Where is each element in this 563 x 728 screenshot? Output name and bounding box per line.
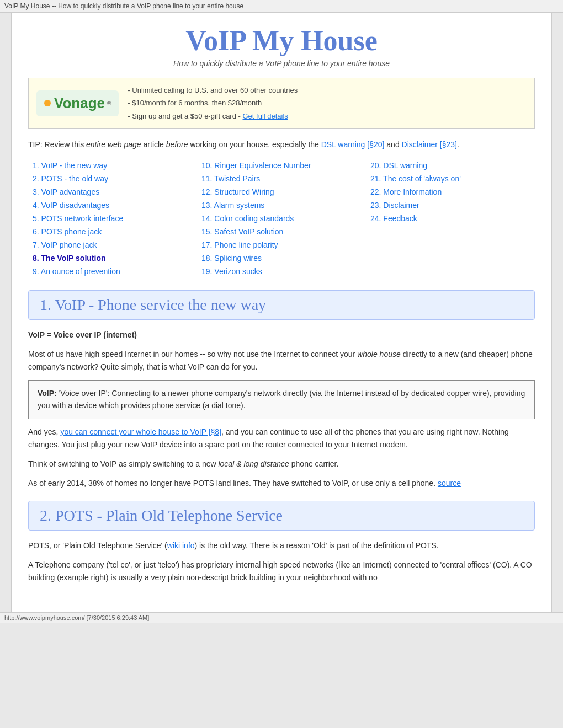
toc-link-13[interactable]: 13. Alarm systems xyxy=(201,201,264,210)
browser-title-bar: VoIP My House -- How to quickly distribu… xyxy=(0,0,563,13)
page-content: VoIP My House How to quickly distribute … xyxy=(11,13,552,612)
section-2: 2. POTS - Plain Old Telephone Service PO… xyxy=(28,501,535,584)
toc-link-17[interactable]: 17. Phone line polarity xyxy=(201,240,278,249)
toc-link-12[interactable]: 12. Structured Wiring xyxy=(201,188,274,196)
list-item: 22. More Information xyxy=(370,186,530,198)
toc-list-1: 1. VoIP - the new way 2. POTS - the old … xyxy=(33,160,193,277)
toc-link-18[interactable]: 18. Splicing wires xyxy=(201,254,262,263)
tip-em1: entire web page xyxy=(86,140,141,149)
toc-link-3[interactable]: 3. VoIP advantages xyxy=(33,188,99,196)
vonage-bullet1: - Unlimited calling to U.S. and over 60 … xyxy=(128,84,298,97)
list-item: 10. Ringer Equivalence Number xyxy=(201,160,362,172)
list-item: 6. POTS phone jack xyxy=(33,226,193,238)
list-item: 21. The cost of 'always on' xyxy=(370,173,530,185)
table-of-contents: 1. VoIP - the new way 2. POTS - the old … xyxy=(28,160,535,279)
site-title: VoIP My House xyxy=(28,24,535,57)
list-item: 24. Feedback xyxy=(370,213,530,224)
section-2-para2: A Telephone company ('tel co', or just '… xyxy=(28,559,535,584)
toc-link-20[interactable]: 20. DSL warning xyxy=(370,161,427,170)
list-item: 18. Splicing wires xyxy=(201,253,362,264)
vonage-logo: Vonage ® xyxy=(36,90,119,116)
source-link[interactable]: source xyxy=(438,479,461,488)
voip-definition-term: VoIP: xyxy=(38,389,57,398)
list-item: 20. DSL warning xyxy=(370,160,530,172)
section-1-para3: Think of switching to VoIP as simply swi… xyxy=(28,458,535,470)
toc-link-14[interactable]: 14. Color coding standards xyxy=(201,214,294,223)
site-subtitle: How to quickly distribute a VoIP phone l… xyxy=(28,59,535,68)
list-item: 4. VoIP disadvantages xyxy=(33,200,193,211)
section-1-subtitle: VoIP = Voice over IP (internet) xyxy=(28,329,535,341)
toc-link-5[interactable]: 5. POTS network interface xyxy=(33,214,123,223)
toc-link-15[interactable]: 15. Safest VoIP solution xyxy=(201,227,283,236)
voip-definition-box: VoIP: 'Voice over IP': Connecting to a n… xyxy=(28,380,535,419)
toc-link-24[interactable]: 24. Feedback xyxy=(370,214,417,223)
toc-link-8[interactable]: 8. The VoIP solution xyxy=(33,254,106,263)
section-2-para1: POTS, or 'Plain Old Telephone Service' (… xyxy=(28,539,535,552)
list-item: 5. POTS network interface xyxy=(33,213,193,224)
section-1-header: 1. VoIP - Phone service the new way xyxy=(28,290,535,320)
vonage-details: - Unlimited calling to U.S. and over 60 … xyxy=(128,84,298,122)
tip-em2: before xyxy=(166,140,188,149)
list-item: 7. VoIP phone jack xyxy=(33,239,193,251)
section-1-para1: Most of us have high speed Internet in o… xyxy=(28,348,535,373)
toc-list-2: 10. Ringer Equivalence Number 11. Twiste… xyxy=(201,160,362,277)
toc-link-9[interactable]: 9. An ounce of prevention xyxy=(33,267,120,276)
list-item: 3. VoIP advantages xyxy=(33,186,193,198)
toc-col-3: 20. DSL warning 21. The cost of 'always … xyxy=(366,160,535,279)
toc-link-22[interactable]: 22. More Information xyxy=(370,188,442,196)
toc-list-3: 20. DSL warning 21. The cost of 'always … xyxy=(370,160,530,224)
list-item: 1. VoIP - the new way xyxy=(33,160,193,172)
vonage-logo-text: Vonage xyxy=(54,95,105,112)
vonage-banner: Vonage ® - Unlimited calling to U.S. and… xyxy=(28,78,535,129)
list-item: 17. Phone line polarity xyxy=(201,239,362,251)
toc-link-6[interactable]: 6. POTS phone jack xyxy=(33,227,102,236)
dsl-warning-link[interactable]: DSL warning [§20] xyxy=(321,140,385,149)
toc-link-21[interactable]: 21. The cost of 'always on' xyxy=(370,174,461,183)
list-item: 23. Disclaimer xyxy=(370,200,530,211)
list-item: 13. Alarm systems xyxy=(201,200,362,211)
vonage-dot xyxy=(44,100,51,106)
list-item: 19. Verizon sucks xyxy=(201,266,362,277)
toc-col-1: 1. VoIP - the new way 2. POTS - the old … xyxy=(28,160,197,279)
page-title: VoIP My House -- How to quickly distribu… xyxy=(4,2,243,10)
wiki-info-link[interactable]: wiki info xyxy=(167,541,195,550)
list-item: 2. POTS - the old way xyxy=(33,173,193,185)
section-1-body: VoIP = Voice over IP (internet) Most of … xyxy=(28,329,535,490)
section-2-body: POTS, or 'Plain Old Telephone Service' (… xyxy=(28,539,535,584)
vonage-bullet3-pre: - Sign up and get a $50 e-gift card - xyxy=(128,112,242,120)
toc-link-4[interactable]: 4. VoIP disadvantages xyxy=(33,201,109,210)
status-bar: http://www.voipmyhouse.com/ [7/30/2015 6… xyxy=(0,612,563,623)
vonage-bullet3: - Sign up and get a $50 e-gift card - Ge… xyxy=(128,110,298,122)
vonage-full-details-link[interactable]: Get full details xyxy=(243,112,288,120)
section-2-heading: 2. POTS - Plain Old Telephone Service xyxy=(40,507,523,524)
disclaimer-link[interactable]: Disclaimer [§23] xyxy=(402,140,457,149)
toc-link-23[interactable]: 23. Disclaimer xyxy=(370,201,419,210)
list-item: 9. An ounce of prevention xyxy=(33,266,193,277)
list-item: 15. Safest VoIP solution xyxy=(201,226,362,238)
toc-link-10[interactable]: 10. Ringer Equivalence Number xyxy=(201,161,311,170)
tip-paragraph: TIP: Review this entire web page article… xyxy=(28,138,535,151)
list-item: 12. Structured Wiring xyxy=(201,186,362,198)
section-1-para2: And yes, you can connect your whole hous… xyxy=(28,426,535,451)
toc-link-19[interactable]: 19. Verizon sucks xyxy=(201,267,262,276)
toc-link-2[interactable]: 2. POTS - the old way xyxy=(33,174,108,183)
toc-link-11[interactable]: 11. Twisted Pairs xyxy=(201,174,260,183)
voip-definition-text: 'Voice over IP': Connecting to a newer p… xyxy=(38,389,525,410)
section-1-para4: As of early 2014, 38% of homes no longer… xyxy=(28,477,535,490)
section-1: 1. VoIP - Phone service the new way VoIP… xyxy=(28,290,535,490)
status-bar-text: http://www.voipmyhouse.com/ [7/30/2015 6… xyxy=(4,614,149,621)
toc-link-7[interactable]: 7. VoIP phone jack xyxy=(33,240,97,249)
section-2-header: 2. POTS - Plain Old Telephone Service xyxy=(28,501,535,531)
vonage-bullet2: - $10/month for 6 months, then $28/month xyxy=(128,97,298,109)
list-item: 14. Color coding standards xyxy=(201,213,362,224)
whole-house-voip-link[interactable]: you can connect your whole house to VoIP… xyxy=(60,427,221,436)
list-item: 8. The VoIP solution xyxy=(33,253,193,264)
list-item: 11. Twisted Pairs xyxy=(201,173,362,185)
toc-link-1[interactable]: 1. VoIP - the new way xyxy=(33,161,107,170)
section-1-heading: 1. VoIP - Phone service the new way xyxy=(40,296,523,314)
toc-col-2: 10. Ringer Equivalence Number 11. Twiste… xyxy=(197,160,366,279)
